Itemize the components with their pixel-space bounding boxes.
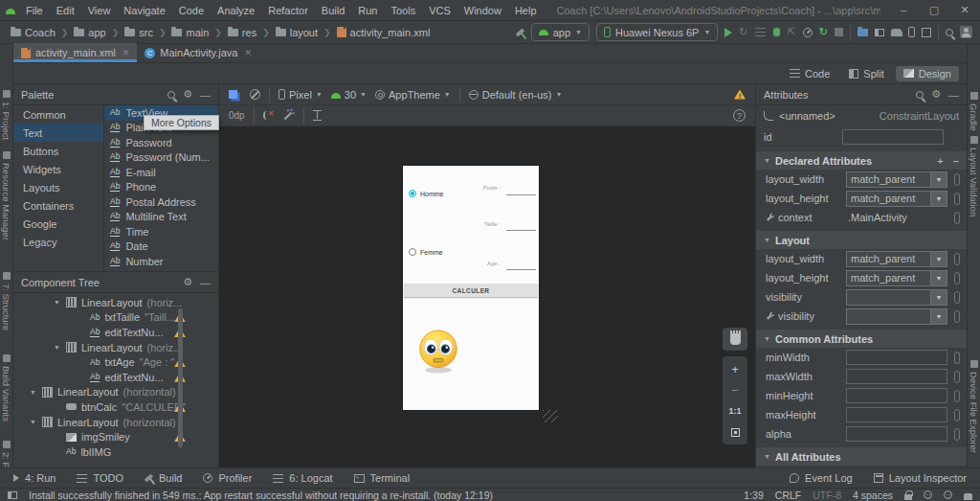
profile-button[interactable] (803, 28, 813, 37)
menu-window[interactable]: Window (457, 3, 508, 18)
tree-node-edittextnu-2[interactable]: AbeditTextNu... (13, 325, 218, 340)
menu-file[interactable]: File (19, 3, 50, 18)
menu-analyze[interactable]: Analyze (211, 3, 261, 18)
chevron-down-icon[interactable]: ▼ (930, 290, 947, 305)
tree-node-txttaille-1[interactable]: AbtxtTaille"Taill... (13, 310, 218, 326)
apply-changes-icon[interactable]: ↻ (739, 26, 747, 38)
status-message[interactable]: Install successfully finished in 549 ms.… (29, 490, 493, 501)
default-margin-button[interactable]: 0dp (229, 110, 245, 121)
taille-input-line[interactable] (506, 230, 536, 231)
infer-constraints-icon[interactable] (283, 111, 291, 119)
device-select[interactable]: Huawei Nexus 6P ▼ (596, 23, 718, 41)
tree-node-edittextnu-5[interactable]: AbeditTextNu... (13, 370, 218, 385)
menu-vcs[interactable]: VCS (422, 3, 457, 18)
tool-button-build[interactable]: Build (145, 472, 182, 484)
attr-indicator-pill[interactable] (954, 428, 960, 441)
sdk-manager-icon[interactable] (922, 28, 931, 37)
palette-item-postal-address[interactable]: AbPostal Address (104, 194, 218, 210)
profile-avatar[interactable] (960, 26, 972, 38)
id-input[interactable] (842, 129, 944, 145)
chevron-down-icon[interactable]: ▼ (930, 252, 947, 266)
stop-button[interactable] (835, 28, 843, 36)
palette-item-date[interactable]: AbDate (104, 239, 218, 255)
attr-indicator-pill[interactable] (954, 212, 960, 224)
breadcrumb-item-layout[interactable]: layout (273, 26, 321, 39)
chevron-down-icon[interactable]: ▼ (930, 172, 947, 187)
tool-button-event-log[interactable]: Event Log (790, 472, 853, 484)
tool-stripe-7-structure[interactable]: 7: Structure (1, 272, 11, 330)
guideline-icon[interactable] (313, 110, 322, 121)
attr-section-layout[interactable]: ▼Layout (756, 231, 967, 249)
menu-code[interactable]: Code (172, 3, 211, 18)
palette-category-google[interactable]: Google (13, 215, 103, 233)
attr-indicator-pill[interactable] (954, 390, 960, 402)
attr-combo-layout-height[interactable]: match_parent▼ (846, 270, 947, 286)
avd-manager-icon[interactable] (908, 27, 915, 37)
hide-panel-icon[interactable]: — (200, 277, 211, 288)
menu-refactor[interactable]: Refactor (261, 3, 315, 18)
help-icon[interactable]: ? (733, 109, 746, 122)
view-mode-code[interactable]: Code (782, 66, 837, 81)
tab-activity-main-xml[interactable]: activity_main.xml✕ (13, 43, 137, 62)
run-configuration-select[interactable]: app ▼ (531, 23, 590, 41)
attr-indicator-pill[interactable] (954, 173, 960, 186)
palette-category-layouts[interactable]: Layouts (13, 178, 103, 196)
tool-stripe-layout-validation[interactable]: Layout Validation (969, 136, 979, 216)
expand-arrow-icon[interactable]: ▼ (30, 419, 37, 425)
tree-node-linearlayout-0[interactable]: ▼LinearLayout(horiz... (13, 295, 218, 310)
poids-input-line[interactable] (506, 194, 536, 195)
palette-item-number[interactable]: AbNumber (104, 254, 218, 269)
attr-indicator-pill[interactable] (954, 193, 960, 205)
remove-attribute-icon[interactable]: − (953, 155, 959, 167)
calculer-button[interactable]: CALCULER (404, 284, 538, 297)
lock-icon[interactable] (904, 494, 912, 500)
zoom-actual-button[interactable]: 1:1 (723, 400, 747, 421)
tool-button-todo[interactable]: TODO (77, 472, 123, 484)
gradle-sync-icon[interactable]: ↻ (819, 26, 828, 38)
palette-item-phone[interactable]: AbPhone (104, 180, 218, 195)
tree-node-txtage-4[interactable]: AbtxtAge"Age : " (13, 354, 218, 370)
expand-arrow-icon[interactable]: ▼ (54, 344, 61, 351)
radio-homme[interactable]: Homme (409, 190, 444, 197)
toolwindow-toggle-icon[interactable] (8, 491, 17, 499)
gradle-icon[interactable] (891, 29, 902, 36)
search-everywhere-icon[interactable] (946, 29, 953, 36)
attr-indicator-pill[interactable] (954, 371, 960, 383)
tree-scrollbar[interactable] (178, 308, 183, 447)
build-hammer-icon[interactable] (515, 28, 523, 36)
attr-indicator-pill[interactable] (954, 291, 960, 304)
locale-select[interactable]: Default (en-us) ▼ (469, 89, 563, 101)
palette-category-widgets[interactable]: Widgets (13, 160, 103, 178)
phone-preview[interactable]: Poids : Taille : Age : Homme Femme CALCU… (403, 166, 539, 410)
tool-button-4-run[interactable]: 4: Run (13, 472, 56, 484)
palette-category-legacy[interactable]: Legacy (13, 233, 103, 251)
tree-node-linearlayout-6[interactable]: ▼LinearLayout(horizontal) (13, 385, 218, 400)
breadcrumb-item-src[interactable]: src (122, 26, 156, 39)
zoom-out-button[interactable]: − (723, 379, 747, 400)
palette-category-buttons[interactable]: Buttons (13, 142, 103, 160)
warnings-panel-toggle-icon[interactable] (734, 90, 746, 100)
tool-button-profiler[interactable]: Profiler (203, 472, 252, 484)
canvas-resize-handle[interactable] (543, 410, 558, 422)
taille-label[interactable]: Taille : (458, 221, 501, 227)
zoom-fit-button[interactable] (723, 421, 747, 443)
age-label[interactable]: Age : (458, 261, 501, 266)
tool-button-6-logcat[interactable]: 6: Logcat (273, 472, 332, 484)
view-mode-split[interactable]: Split (841, 66, 891, 81)
attr-combo-visibility[interactable]: ▼ (846, 308, 947, 325)
menu-navigate[interactable]: Navigate (117, 3, 171, 18)
chevron-down-icon[interactable]: ▼ (930, 309, 947, 324)
tab-close-icon[interactable]: ✕ (244, 48, 252, 57)
api-level-select[interactable]: 30 ▼ (331, 89, 367, 101)
device-manager-icon[interactable] (858, 29, 868, 36)
tree-node-btncalc-7[interactable]: btnCalc"CALCULER" (13, 399, 218, 415)
palette-category-containers[interactable]: Containers (13, 196, 103, 215)
palette-item-time[interactable]: AbTime (104, 224, 218, 239)
tree-node-linearlayout-3[interactable]: ▼LinearLayout(horiz... (13, 340, 218, 355)
menu-tools[interactable]: Tools (384, 3, 422, 18)
minimize-button[interactable]: – (888, 4, 919, 16)
breadcrumb-item-activity-main-xml[interactable]: activity_main.xml (334, 26, 434, 39)
attr-input-maxwidth[interactable] (846, 369, 947, 384)
pan-button[interactable] (723, 328, 747, 351)
palette-item-password-num[interactable]: AbPassword (Num... (104, 150, 218, 166)
